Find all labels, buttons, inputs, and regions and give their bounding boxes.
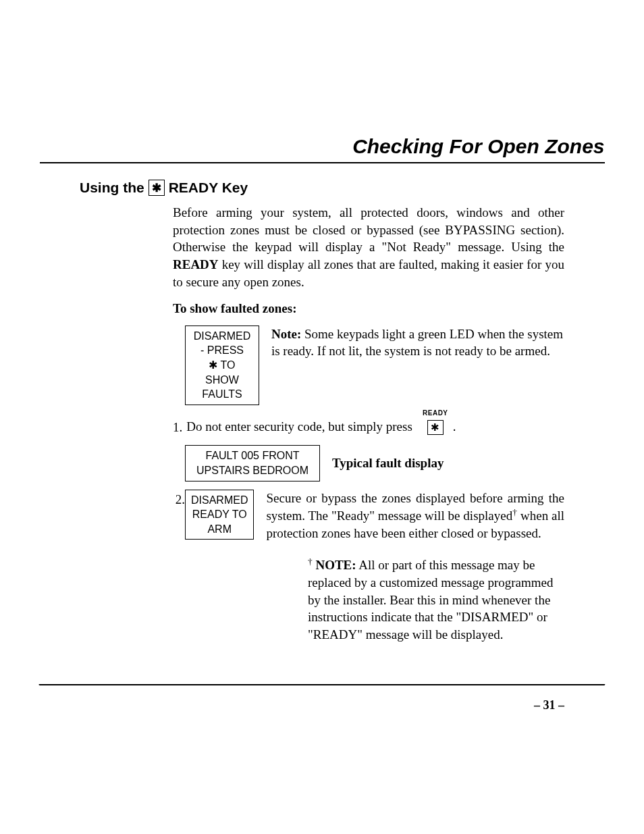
page-number: – 31 – bbox=[534, 698, 564, 712]
ready-key-button: READY ✱ bbox=[427, 418, 444, 436]
intro-text-c: key will display all zones that are faul… bbox=[173, 257, 564, 289]
lcd-3-line-2: READY TO ARM bbox=[191, 507, 248, 536]
lcd-2-line-2: UPSTAIRS BEDROOM bbox=[191, 463, 314, 478]
lcd-3-line-1: DISARMED bbox=[191, 493, 248, 508]
note-1-label: Note: bbox=[271, 327, 304, 341]
step-1-period: . bbox=[453, 418, 456, 436]
lcd-1-line-2: ✱ TO SHOW FAULTS bbox=[191, 358, 253, 402]
ready-key-label: READY bbox=[423, 409, 448, 418]
star-glyph: ✱ bbox=[152, 182, 161, 194]
step-1-number: 1. bbox=[173, 419, 182, 436]
star-glyph-lcd: ✱ bbox=[209, 359, 217, 371]
intro-text-a: Before arming your system, all protected… bbox=[173, 205, 564, 254]
lcd-display-3: DISARMED READY TO ARM bbox=[185, 490, 254, 540]
typical-fault-label: Typical fault display bbox=[332, 456, 444, 470]
bottom-rule bbox=[39, 684, 606, 685]
star-key-icon: ✱ bbox=[149, 180, 165, 196]
section-heading: Using the ✱ READY Key bbox=[80, 180, 644, 196]
lcd-2-line-1: FAULT 005 FRONT bbox=[191, 448, 314, 463]
lcd-1-line-2-text: TO SHOW FAULTS bbox=[202, 359, 242, 400]
note-1-text: Some keypads light a green LED when the … bbox=[271, 327, 563, 359]
dagger-2: † bbox=[308, 556, 313, 567]
page-title: Checking For Open Zones bbox=[40, 0, 605, 163]
lcd-display-2: FAULT 005 FRONT UPSTAIRS BEDROOM bbox=[185, 445, 320, 481]
lcd-1-line-1: DISARMED - PRESS bbox=[191, 329, 253, 358]
intro-text-bold: READY bbox=[173, 257, 219, 271]
footnote-label: NOTE: bbox=[315, 558, 356, 572]
step-1-line: 1. Do not enter security code, but simpl… bbox=[173, 417, 564, 436]
heading-prefix: Using the bbox=[80, 180, 144, 196]
heading-suffix: READY Key bbox=[169, 180, 248, 196]
step-1-text: Do not enter security code, but simply p… bbox=[186, 418, 412, 436]
intro-paragraph: Before arming your system, all protected… bbox=[173, 204, 564, 290]
star-key-icon-inline: ✱ bbox=[427, 420, 444, 435]
star-glyph-inline: ✱ bbox=[431, 421, 439, 434]
step-2-number: 2. bbox=[173, 491, 185, 509]
lcd-display-1: DISARMED - PRESS ✱ TO SHOW FAULTS bbox=[185, 325, 259, 405]
sub-heading: To show faulted zones: bbox=[173, 300, 564, 317]
